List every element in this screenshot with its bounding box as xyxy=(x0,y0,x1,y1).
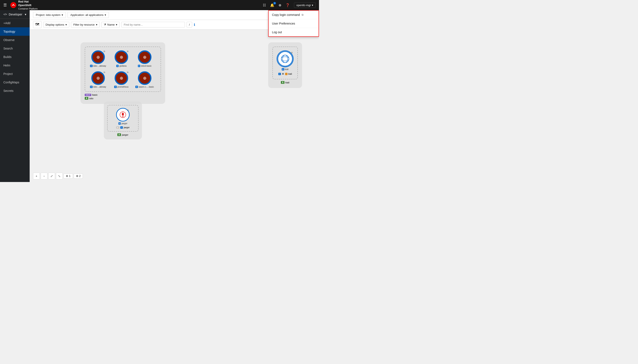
configmaps-label: ConfigMaps xyxy=(4,81,19,84)
topology-view-icon-btn[interactable]: 🗺 xyxy=(33,21,42,28)
kiali-k-badge: K xyxy=(285,73,287,75)
kiali-node[interactable]: ⧉ D kiali xyxy=(277,50,293,70)
zoom-out-button[interactable]: − xyxy=(41,173,48,180)
add-icon[interactable]: ⊕ xyxy=(278,3,281,7)
istio-ateway2-label: D istio-...ateway xyxy=(90,86,106,88)
filter-chip-1[interactable]: ⚙ 1 xyxy=(64,174,73,178)
user-dropdown-menu: Copy login command ⧉ User Preferences Lo… xyxy=(268,10,319,37)
jaeger-icon xyxy=(119,111,126,118)
kiali-app-name: kiali xyxy=(285,81,289,84)
grafana-circle: ⊕ ⧉ xyxy=(115,50,128,64)
filter-icon: ⧩ xyxy=(104,23,106,26)
sidebar-item-secrets[interactable]: Secrets xyxy=(0,86,30,95)
svg-point-3 xyxy=(281,57,289,61)
wasm-node[interactable]: ⊕ D wasm-c-...-basic xyxy=(135,71,154,88)
jaeger-topology-group: ⧉ D jaeger 📋 D jaeger A j xyxy=(104,102,142,140)
istio-gateway-node[interactable]: ⊕ ⧉ D istio-...ateway xyxy=(89,50,108,67)
display-options-button[interactable]: Display options ▾ xyxy=(43,22,69,28)
istiod-basic-circle: ⊕ xyxy=(138,50,151,64)
logout-label: Log out xyxy=(272,30,282,34)
logout-item[interactable]: Log out xyxy=(269,28,318,36)
jaeger-ext-icon: ⧉ xyxy=(127,109,129,112)
redhat-logo-icon xyxy=(10,2,17,8)
istio-topology-group: ⊕ ⧉ D istio-...ateway ⊕ ⧉ xyxy=(81,42,165,104)
filter-by-resource-label: Filter by resource xyxy=(73,23,95,26)
app-badge: A xyxy=(85,97,88,100)
user-preferences-label: User Preferences xyxy=(272,22,295,25)
app-group-label: A istio xyxy=(85,97,161,100)
filter-by-resource-button[interactable]: Filter by resource ▾ xyxy=(71,22,100,28)
slash-button[interactable]: / xyxy=(187,22,192,28)
hamburger-menu[interactable]: ☰ xyxy=(4,3,7,8)
sidebar-item-observe[interactable]: Observe xyxy=(0,36,30,44)
notifications-icon[interactable]: 🔔 2 xyxy=(270,3,274,7)
filter-chip-2-label: 2 xyxy=(79,174,81,178)
smcp-name: basic xyxy=(92,94,98,96)
zoom-in-button[interactable]: + xyxy=(33,173,40,180)
prometheus-circle: ⊕ ⧉ xyxy=(115,71,128,85)
kiali-app-badge: A xyxy=(281,81,284,84)
brand-text: Red Hat OpenShift Container Platform xyxy=(18,0,38,10)
display-options-label: Display options xyxy=(46,23,64,26)
filter-chip-1-label: 1 xyxy=(69,174,71,178)
kiali-topology-group: ⧉ D kiali D ✕ K kiali A xyxy=(268,42,302,88)
filter-chip-1-icon: ⚙ xyxy=(66,174,68,178)
istiod-basic-node[interactable]: ⊕ D istiod-basic xyxy=(135,50,154,67)
sidebar-item-add[interactable]: +Add xyxy=(0,19,30,27)
sidebar-item-configmaps[interactable]: ConfigMaps xyxy=(0,78,30,86)
project-selector[interactable]: Project: istio-system ▾ xyxy=(33,12,66,18)
notifications-badge: 2 xyxy=(273,2,276,4)
perspective-switcher[interactable]: </> Developer ▾ xyxy=(0,10,30,19)
sidebar-item-builds[interactable]: Builds xyxy=(0,53,30,61)
application-dropdown-icon: ▾ xyxy=(105,13,106,16)
copy-login-command-item[interactable]: Copy login command ⧉ xyxy=(269,10,318,19)
topology-label: Topology xyxy=(4,30,15,33)
jaeger-node[interactable]: ⧉ D jaeger xyxy=(116,108,130,125)
user-menu-button[interactable]: opentlc-mgr ▾ xyxy=(294,2,315,8)
fit-view-button[interactable]: ⤢ xyxy=(48,173,55,180)
grafana-node[interactable]: ⊕ ⧉ D grafana xyxy=(112,50,131,67)
observe-label: Observe xyxy=(4,38,15,42)
add-label: +Add xyxy=(4,21,10,25)
jaeger-d-badge: D xyxy=(120,126,123,129)
jaeger-inner-group: ⧉ D jaeger 📋 D jaeger xyxy=(107,105,139,132)
filter-chip-2-icon: ⚙ xyxy=(76,174,78,178)
expand-view-button[interactable]: ⤡ xyxy=(56,173,63,180)
istio-ateway2-circle: ⊕ ⧉ xyxy=(91,71,105,85)
kiali-sub-name: kiali xyxy=(288,73,292,75)
kiali-circle: ⧉ xyxy=(277,50,293,67)
ext-link-icon: ⧉ xyxy=(127,50,128,53)
wasm-label: D wasm-c-...-basic xyxy=(135,86,154,88)
external-link-icon: ⧉ xyxy=(302,13,303,16)
name-label: Name xyxy=(107,23,115,26)
grid-icon[interactable]: ☷ xyxy=(263,3,266,7)
kiali-ext-icon: ⧉ xyxy=(291,52,292,54)
sidebar-item-helm[interactable]: Helm xyxy=(0,61,30,70)
display-options-arrow: ▾ xyxy=(66,23,67,26)
prometheus-node[interactable]: ⊕ ⧉ D prometheus xyxy=(112,71,131,88)
help-icon[interactable]: ❓ xyxy=(285,3,290,7)
user-preferences-item[interactable]: User Preferences xyxy=(269,19,318,28)
helm-label: Helm xyxy=(4,64,10,67)
kiali-inner-group: ⧉ D kiali D ✕ K kiali xyxy=(272,46,298,79)
sidebar-item-search[interactable]: Search xyxy=(0,44,30,53)
jaeger-sub-icon: 📋 xyxy=(116,126,119,129)
application-selector[interactable]: Application: all applications ▾ xyxy=(68,12,109,18)
secrets-label: Secrets xyxy=(4,89,13,92)
kiali-d-badge: D xyxy=(278,73,281,75)
application-label: Application: all applications xyxy=(70,13,103,16)
filter-name-button[interactable]: ⧩ Name ▾ xyxy=(102,22,120,28)
ext-link-icon: ⧉ xyxy=(104,50,105,53)
brand-logo-area: Red Hat OpenShift Container Platform xyxy=(10,0,38,10)
perspective-icon: </> xyxy=(4,13,7,16)
sidebar-item-topology[interactable]: Topology xyxy=(0,27,30,36)
istio-ateway2-node[interactable]: ⊕ ⧉ D istio-...ateway xyxy=(89,71,108,88)
filter-chip-2[interactable]: ⚙ 2 xyxy=(74,174,83,178)
project-label: Project: istio-system xyxy=(36,13,60,16)
svg-point-2 xyxy=(282,55,288,63)
info-icon[interactable]: ℹ xyxy=(194,23,195,27)
topology-canvas[interactable]: ⊕ ⧉ D istio-...ateway ⊕ ⧉ xyxy=(30,30,319,182)
ext-link-icon: ⧉ xyxy=(104,71,105,74)
search-input[interactable] xyxy=(121,22,185,28)
sidebar-item-project[interactable]: Project xyxy=(0,70,30,78)
